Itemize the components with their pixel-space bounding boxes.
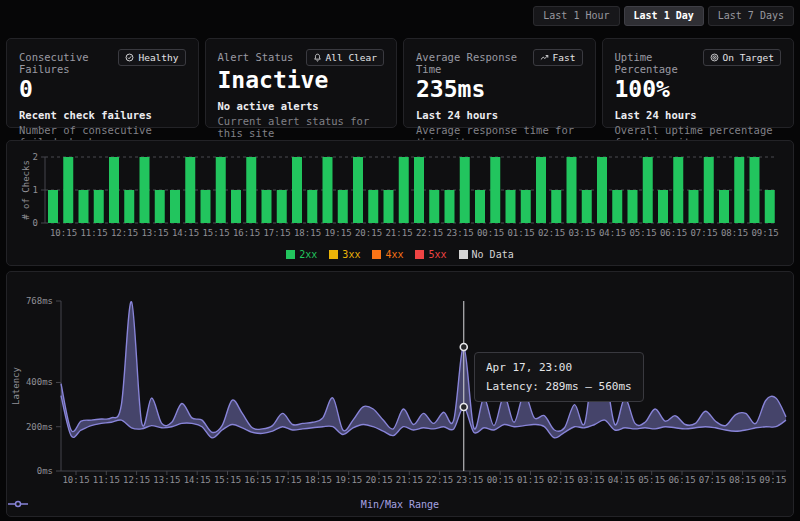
check-bar[interactable]: [414, 157, 424, 223]
x-tick-label: 10:15: [50, 228, 77, 238]
check-bar[interactable]: [353, 157, 363, 223]
range-button-last-7-days[interactable]: Last 7 Days: [708, 6, 794, 26]
y-axis-label: # of Checks: [21, 160, 31, 220]
card-title: Uptime Percentage: [615, 49, 703, 75]
legend-swatch: [459, 250, 468, 259]
check-bar[interactable]: [246, 157, 256, 223]
y-tick-label: 1: [33, 185, 38, 195]
check-bar[interactable]: [292, 157, 302, 223]
legend-swatch: [329, 250, 338, 259]
check-bar[interactable]: [765, 190, 775, 223]
x-tick-label: 23:15: [456, 475, 483, 485]
legend-item-5xx[interactable]: 5xx: [415, 249, 446, 260]
legend-item-no-data[interactable]: No Data: [459, 249, 514, 260]
check-bar[interactable]: [48, 190, 58, 223]
hover-marker-min: [460, 404, 467, 411]
check-bar[interactable]: [582, 190, 592, 223]
x-tick-label: 22:15: [426, 475, 453, 485]
check-bar[interactable]: [689, 190, 699, 223]
x-tick-label: 20:15: [355, 228, 382, 238]
check-bar[interactable]: [673, 157, 683, 223]
check-bar[interactable]: [551, 190, 561, 223]
check-bar[interactable]: [368, 190, 378, 223]
check-bar[interactable]: [750, 157, 760, 223]
legend-item-2xx[interactable]: 2xx: [286, 249, 317, 260]
check-bar[interactable]: [704, 157, 714, 223]
target-icon: [710, 53, 719, 62]
check-bar[interactable]: [506, 190, 516, 223]
legend-item-3xx[interactable]: 3xx: [329, 249, 360, 260]
check-bar[interactable]: [536, 157, 546, 223]
checks-bar-chart[interactable]: 012# of Checks10:1511:1512:1513:1514:151…: [7, 141, 793, 241]
latency-range-chart[interactable]: 0ms200ms400ms768msLatency10:1511:1512:15…: [7, 272, 793, 487]
check-bar[interactable]: [124, 190, 134, 223]
check-bar[interactable]: [109, 157, 119, 223]
check-bar[interactable]: [384, 190, 394, 223]
check-bar[interactable]: [612, 190, 622, 223]
check-bar[interactable]: [597, 157, 607, 223]
x-tick-label: 06:15: [668, 475, 695, 485]
y-tick-label: 2: [33, 152, 38, 162]
range-button-last-1-hour[interactable]: Last 1 Hour: [533, 6, 619, 26]
check-bar[interactable]: [521, 190, 531, 223]
check-bar[interactable]: [277, 190, 287, 223]
legend-swatch: [415, 250, 424, 259]
card-description: Current alert status for this site: [218, 115, 385, 139]
legend-swatch: [372, 250, 381, 259]
check-bar[interactable]: [399, 157, 409, 223]
x-tick-label: 00:15: [487, 475, 514, 485]
x-tick-label: 12:15: [123, 475, 150, 485]
x-tick-label: 19:15: [324, 228, 351, 238]
check-circle-icon: [125, 53, 134, 62]
check-bar[interactable]: [445, 190, 455, 223]
check-bar[interactable]: [140, 157, 150, 223]
status-code-legend: 2xx3xx4xx5xxNo Data: [7, 249, 793, 260]
x-tick-label: 23:15: [446, 228, 473, 238]
x-tick-label: 14:15: [172, 228, 199, 238]
legend-label: 3xx: [342, 249, 360, 260]
x-tick-label: 12:15: [111, 228, 138, 238]
check-bar[interactable]: [460, 157, 470, 223]
check-bar[interactable]: [734, 157, 744, 223]
x-tick-label: 16:15: [244, 475, 271, 485]
check-bar[interactable]: [323, 157, 333, 223]
latency-legend: Min/Max Range: [7, 499, 793, 510]
check-bar[interactable]: [628, 190, 638, 223]
check-bar[interactable]: [307, 190, 317, 223]
check-bar[interactable]: [216, 157, 226, 223]
status-badge-healthy: Healthy: [118, 49, 185, 66]
check-bar[interactable]: [201, 190, 211, 223]
x-tick-label: 15:15: [214, 475, 241, 485]
range-button-last-1-day[interactable]: Last 1 Day: [624, 6, 704, 26]
card-subtitle: No active alerts: [218, 100, 385, 112]
check-bar[interactable]: [338, 190, 348, 223]
x-tick-label: 14:15: [184, 475, 211, 485]
legend-item-min-max-range[interactable]: Min/Max Range: [361, 499, 439, 510]
check-bar[interactable]: [231, 190, 241, 223]
check-bar[interactable]: [719, 190, 729, 223]
x-tick-label: 09:15: [759, 475, 786, 485]
check-bar[interactable]: [185, 157, 195, 223]
check-bar[interactable]: [643, 157, 653, 223]
check-bar[interactable]: [63, 157, 73, 223]
check-bar[interactable]: [262, 190, 272, 223]
range-line-icon: [7, 499, 29, 509]
check-bar[interactable]: [658, 190, 668, 223]
check-bar[interactable]: [94, 190, 104, 223]
check-bar[interactable]: [155, 190, 165, 223]
check-bar[interactable]: [79, 190, 89, 223]
x-tick-label: 09:15: [751, 228, 778, 238]
x-tick-label: 21:15: [396, 475, 423, 485]
check-bar[interactable]: [170, 190, 180, 223]
check-bar[interactable]: [475, 190, 485, 223]
x-tick-label: 08:15: [729, 475, 756, 485]
check-bar[interactable]: [567, 157, 577, 223]
check-bar[interactable]: [429, 190, 439, 223]
legend-item-4xx[interactable]: 4xx: [372, 249, 403, 260]
x-tick-label: 22:15: [416, 228, 443, 238]
card-value: Inactive: [218, 67, 385, 93]
legend-label: 4xx: [385, 249, 403, 260]
check-bar[interactable]: [490, 157, 500, 223]
card-subtitle: Recent check failures: [19, 109, 186, 121]
card-title: Consecutive Failures: [19, 49, 118, 75]
